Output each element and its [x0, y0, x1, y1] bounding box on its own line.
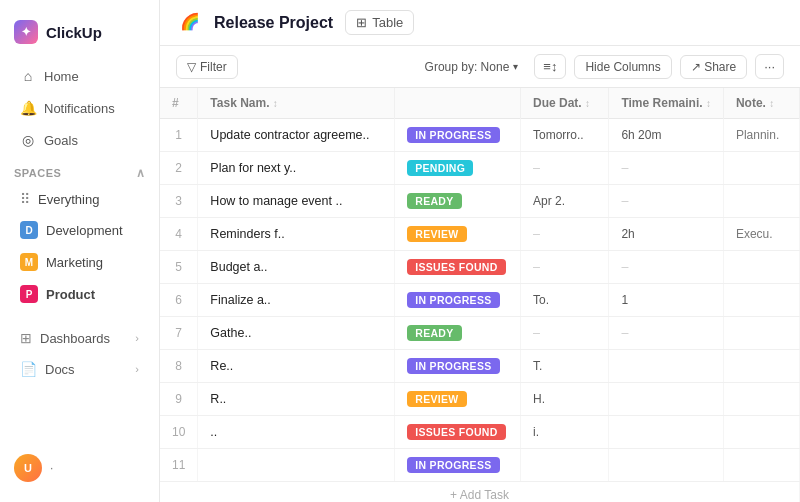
task-name[interactable]: Finalize a.. [198, 284, 395, 317]
notes [723, 284, 799, 317]
time-remaining: – [609, 251, 723, 284]
space-dot-development: D [20, 221, 38, 239]
col-header-time[interactable]: Time Remaini. ↕ [609, 88, 723, 119]
status-badge: READY [407, 193, 461, 209]
table-row[interactable]: 10 .. ISSUES FOUND i. [160, 416, 800, 449]
notes [723, 251, 799, 284]
share-button[interactable]: ↗ Share [680, 55, 747, 79]
task-name[interactable]: .. [198, 416, 395, 449]
sort-button[interactable]: ≡↕ [534, 54, 566, 79]
sidebar-item-label: Development [46, 223, 123, 238]
chevron-down-icon: ▾ [513, 61, 518, 72]
share-icon: ↗ [691, 60, 701, 74]
notes: Execu. [723, 218, 799, 251]
project-icon: 🌈 [180, 12, 202, 34]
table-row[interactable]: 7 Gathe.. READY – – [160, 317, 800, 350]
time-remaining [609, 449, 723, 482]
task-name[interactable] [198, 449, 395, 482]
notes [723, 383, 799, 416]
task-name[interactable]: Re.. [198, 350, 395, 383]
more-options-button[interactable]: ··· [755, 54, 784, 79]
hide-columns-button[interactable]: Hide Columns [574, 55, 671, 79]
time-remaining [609, 416, 723, 449]
task-name[interactable]: Budget a.. [198, 251, 395, 284]
sidebar-item-product[interactable]: P Product [6, 279, 153, 309]
task-status[interactable]: IN PROGRESS [395, 350, 521, 383]
task-name[interactable]: Update contractor agreeme.. [198, 119, 395, 152]
due-date: Tomorro.. [521, 119, 609, 152]
row-num: 3 [160, 185, 198, 218]
table-row[interactable]: 8 Re.. IN PROGRESS T. [160, 350, 800, 383]
due-date: – [521, 251, 609, 284]
add-task-button[interactable]: + Add Task [160, 482, 800, 503]
hide-columns-label: Hide Columns [585, 60, 660, 74]
task-status[interactable]: IN PROGRESS [395, 449, 521, 482]
space-dot-product: P [20, 285, 38, 303]
col-header-notes[interactable]: Note. ↕ [723, 88, 799, 119]
task-status[interactable]: ISSUES FOUND [395, 416, 521, 449]
table-row[interactable]: 11 IN PROGRESS [160, 449, 800, 482]
sidebar-item-docs[interactable]: 📄 Docs › [6, 354, 153, 384]
user-name: · [50, 461, 53, 475]
table-row[interactable]: 3 How to manage event .. READY Apr 2. – [160, 185, 800, 218]
avatar[interactable]: U [14, 454, 42, 482]
sidebar-item-notifications[interactable]: 🔔 Notifications [6, 93, 153, 123]
table-row[interactable]: 9 R.. REVIEW H. [160, 383, 800, 416]
task-name[interactable]: How to manage event .. [198, 185, 395, 218]
sidebar-item-dashboards[interactable]: ⊞ Dashboards › [6, 323, 153, 353]
table-row[interactable]: 1 Update contractor agreeme.. IN PROGRES… [160, 119, 800, 152]
status-badge: IN PROGRESS [407, 358, 499, 374]
task-status[interactable]: REVIEW [395, 383, 521, 416]
task-name[interactable]: Reminders f.. [198, 218, 395, 251]
notes [723, 317, 799, 350]
sidebar-item-goals[interactable]: ◎ Goals [6, 125, 153, 155]
filter-button[interactable]: ▽ Filter [176, 55, 238, 79]
sidebar-item-label: Marketing [46, 255, 103, 270]
col-header-due[interactable]: Due Dat. ↕ [521, 88, 609, 119]
row-num: 10 [160, 416, 198, 449]
main-content: 🌈 Release Project ⊞ Table ▽ Filter Group… [160, 0, 800, 502]
table-row[interactable]: 2 Plan for next y.. PENDING – – [160, 152, 800, 185]
share-label: Share [704, 60, 736, 74]
add-task-row[interactable]: + Add Task [160, 482, 800, 503]
table-view-button[interactable]: ⊞ Table [345, 10, 414, 35]
table-icon: ⊞ [356, 15, 367, 30]
col-header-task[interactable]: Task Nam. ↕ [198, 88, 395, 119]
task-status[interactable]: READY [395, 317, 521, 350]
row-num: 6 [160, 284, 198, 317]
sort-icon: ≡↕ [543, 59, 557, 74]
table-row[interactable]: 4 Reminders f.. REVIEW – 2h Execu. [160, 218, 800, 251]
task-name[interactable]: Gathe.. [198, 317, 395, 350]
task-status[interactable]: ISSUES FOUND [395, 251, 521, 284]
task-status[interactable]: READY [395, 185, 521, 218]
task-name[interactable]: Plan for next y.. [198, 152, 395, 185]
task-status[interactable]: IN PROGRESS [395, 284, 521, 317]
grid-icon: ⠿ [20, 191, 30, 207]
notes [723, 185, 799, 218]
filter-icon: ▽ [187, 60, 196, 74]
due-date: – [521, 152, 609, 185]
table-row[interactable]: 5 Budget a.. ISSUES FOUND – – [160, 251, 800, 284]
sidebar-item-development[interactable]: D Development [6, 215, 153, 245]
due-date: i. [521, 416, 609, 449]
task-table-container[interactable]: # Task Nam. ↕ Due Dat. ↕ Time Remaini. ↕… [160, 88, 800, 502]
task-status[interactable]: REVIEW [395, 218, 521, 251]
time-remaining: – [609, 317, 723, 350]
status-badge: REVIEW [407, 391, 466, 407]
status-badge: ISSUES FOUND [407, 259, 505, 275]
task-name[interactable]: R.. [198, 383, 395, 416]
due-date: To. [521, 284, 609, 317]
sidebar-item-marketing[interactable]: M Marketing [6, 247, 153, 277]
task-status[interactable]: IN PROGRESS [395, 119, 521, 152]
sidebar-item-label: Notifications [44, 101, 115, 116]
row-num: 7 [160, 317, 198, 350]
status-badge: PENDING [407, 160, 473, 176]
collapse-icon[interactable]: ∧ [136, 166, 146, 180]
sidebar-item-home[interactable]: ⌂ Home [6, 61, 153, 91]
sort-arrow-icon: ↕ [769, 98, 774, 109]
task-status[interactable]: PENDING [395, 152, 521, 185]
logo[interactable]: ✦ ClickUp [0, 12, 159, 60]
table-row[interactable]: 6 Finalize a.. IN PROGRESS To. 1 [160, 284, 800, 317]
sidebar-item-everything[interactable]: ⠿ Everything [6, 185, 153, 213]
group-by-button[interactable]: Group by: None ▾ [417, 56, 527, 78]
